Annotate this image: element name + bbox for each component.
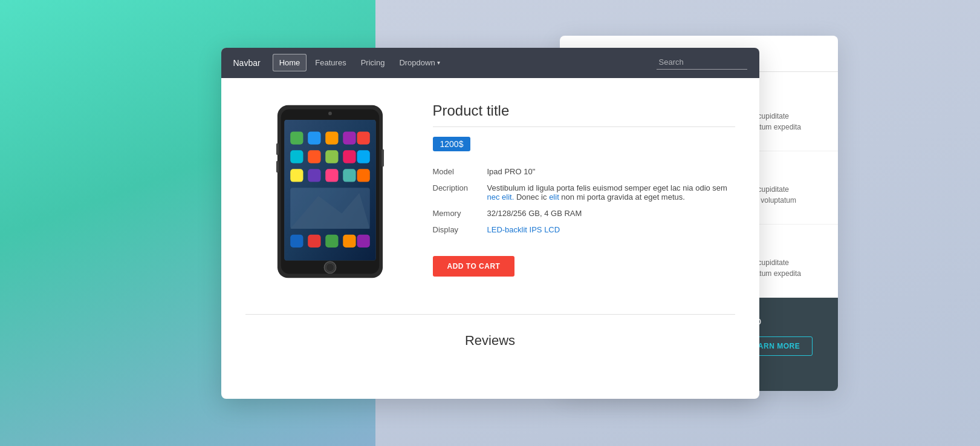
nav-link-home[interactable]: Home (273, 54, 307, 71)
svg-rect-25 (357, 234, 369, 247)
windows-container: Navbar Home Features Pricing Dropdown ▾ (221, 48, 759, 399)
title-divider (433, 126, 735, 127)
nav-link-pricing[interactable]: Pricing (355, 54, 391, 71)
spec-link-display[interactable]: LED-backlit IPS LCD (487, 225, 560, 234)
add-to-cart-button[interactable]: ADD TO CART (433, 256, 515, 277)
svg-rect-8 (357, 131, 369, 144)
table-row: Model Ipad PRO 10" (433, 163, 735, 180)
product-section: Product title 1200$ Model Ipad PRO 10" D… (221, 78, 759, 308)
svg-point-28 (328, 111, 332, 115)
table-row: Memory 32/128/256 GB, 4 GB RAM (433, 205, 735, 221)
svg-rect-30 (276, 143, 278, 154)
svg-rect-29 (381, 149, 384, 166)
svg-rect-18 (357, 169, 369, 182)
main-window: Navbar Home Features Pricing Dropdown ▾ (221, 48, 759, 399)
specs-table: Model Ipad PRO 10" Decription Vestibulum… (433, 163, 735, 238)
product-details: Product title 1200$ Model Ipad PRO 10" D… (433, 96, 735, 277)
svg-rect-11 (325, 150, 338, 163)
svg-rect-4 (290, 131, 303, 144)
svg-rect-6 (325, 131, 338, 144)
reviews-divider (245, 314, 735, 315)
svg-rect-14 (290, 169, 303, 182)
spec-label-memory: Memory (433, 205, 487, 221)
svg-rect-10 (308, 150, 320, 163)
svg-rect-13 (357, 150, 369, 163)
svg-rect-16 (325, 169, 338, 182)
svg-rect-23 (325, 234, 338, 247)
spec-link-elit[interactable]: elit (549, 192, 559, 202)
nav-links: Home Features Pricing Dropdown ▾ (273, 54, 657, 71)
svg-rect-17 (343, 169, 355, 182)
svg-point-27 (326, 263, 334, 272)
navbar: Navbar Home Features Pricing Dropdown ▾ (221, 48, 759, 78)
reviews-title: Reviews (245, 333, 735, 349)
svg-rect-21 (290, 234, 303, 247)
spec-link-nec-elit[interactable]: nec elit. (487, 192, 514, 202)
svg-rect-22 (308, 234, 320, 247)
nav-dropdown-label: Dropdown (399, 58, 435, 67)
svg-rect-9 (290, 150, 303, 163)
nav-dropdown[interactable]: Dropdown ▾ (393, 54, 446, 71)
table-row: Decription Vestibulum id ligula porta fe… (433, 180, 735, 205)
svg-rect-15 (308, 169, 320, 182)
product-title: Product title (433, 102, 735, 119)
spec-label-description: Decription (433, 180, 487, 205)
svg-rect-31 (276, 160, 278, 172)
reviews-section: Reviews (221, 321, 759, 367)
chevron-down-icon: ▾ (437, 59, 440, 66)
spec-value-display: LED-backlit IPS LCD (487, 221, 735, 238)
nav-link-features[interactable]: Features (309, 54, 352, 71)
spec-label-model: Model (433, 163, 487, 180)
svg-rect-24 (343, 234, 355, 247)
navbar-search (657, 56, 747, 70)
price-badge: 1200$ (433, 137, 471, 151)
search-input[interactable] (657, 56, 747, 70)
product-image (258, 102, 403, 284)
navbar-brand: Navbar (233, 58, 261, 68)
table-row: Display LED-backlit IPS LCD (433, 221, 735, 238)
product-image-area (245, 96, 415, 290)
spec-label-display: Display (433, 221, 487, 238)
svg-rect-12 (343, 150, 355, 163)
svg-rect-7 (343, 131, 355, 144)
svg-rect-5 (308, 131, 320, 144)
spec-value-memory: 32/128/256 GB, 4 GB RAM (487, 205, 735, 221)
spec-value-description: Vestibulum id ligula porta felis euismod… (487, 180, 735, 205)
spec-value-model: Ipad PRO 10" (487, 163, 735, 180)
